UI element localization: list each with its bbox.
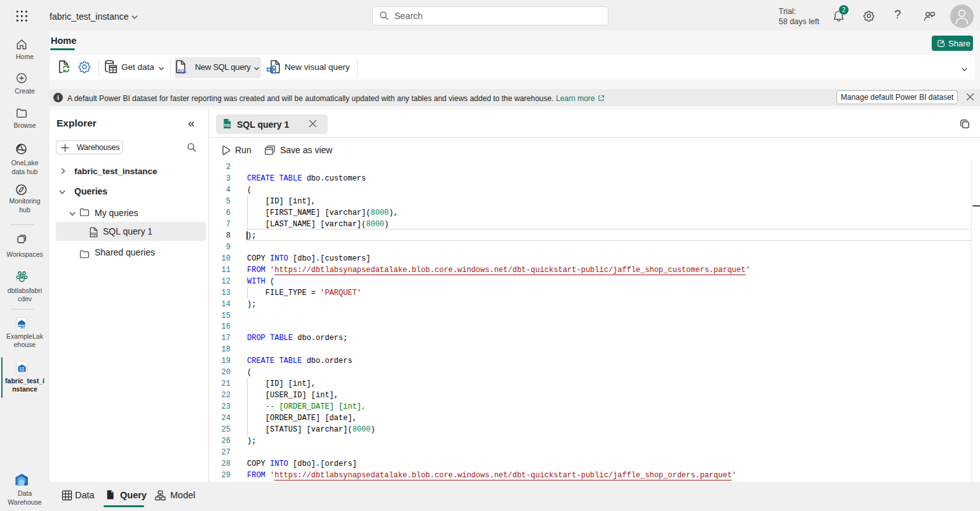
- svg-text:SQL: SQL: [224, 123, 231, 127]
- svg-text:SQL: SQL: [178, 69, 187, 74]
- svg-text:SQL: SQL: [91, 233, 97, 236]
